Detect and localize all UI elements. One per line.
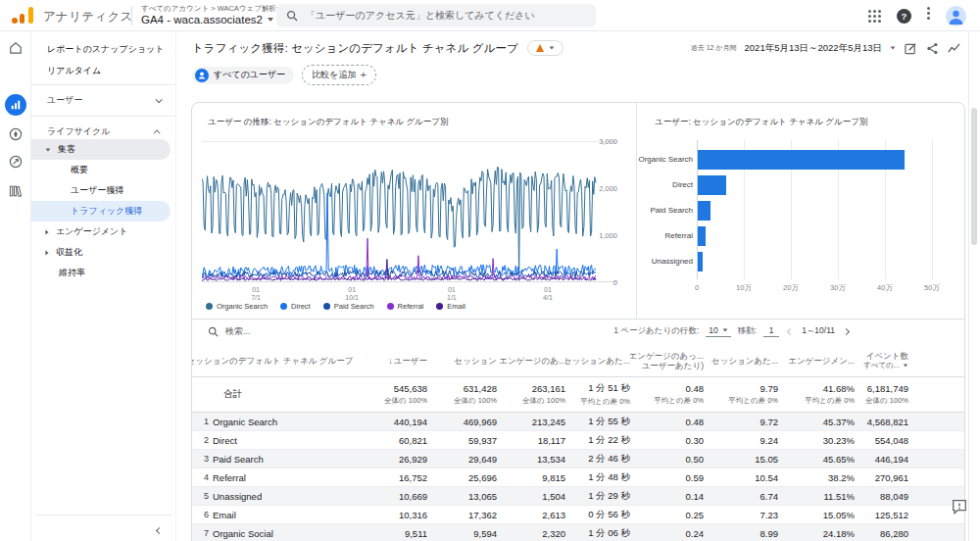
bar-x-tick-label: 10万 [724, 283, 763, 293]
top-app-bar: アナリティクス すべてのアカウント > WACAウェブ解析士 GA4 - wac… [0, 0, 980, 31]
advertising-icon[interactable] [7, 153, 24, 171]
reports-icon-active[interactable] [5, 94, 26, 116]
table-cell: 213,245 [497, 413, 565, 430]
row-label-cell: 2Direct [192, 431, 359, 449]
avatar[interactable] [946, 6, 966, 26]
column-header-7[interactable]: セッションあた... [704, 344, 778, 376]
prev-page-icon[interactable] [787, 327, 794, 334]
table-cell: 125,512 [855, 506, 908, 523]
ga4-analytics-app: アナリティクス すべてのアカウント > WACAウェブ解析士 GA4 - wac… [0, 0, 980, 541]
table-row[interactable]: 4Referral16,75225,6969,8151 分 48 秒0.5910… [192, 468, 964, 487]
legend-dot [280, 303, 287, 310]
nav-report-snapshot[interactable]: レポートのスナップショット [31, 39, 176, 60]
channel-name: Organic Search [213, 413, 277, 430]
x-tick-label: 011/1 [432, 286, 471, 302]
table-row[interactable]: 6Email10,31617,3622,6130 分 56 秒0.257.231… [192, 506, 964, 524]
nav-traffic-acquisition-selected[interactable]: トラフィック獲得 [31, 201, 171, 221]
chevron-down-icon [722, 328, 727, 331]
rows-per-page-value: 10 [709, 325, 717, 335]
share-icon[interactable] [925, 41, 939, 55]
table-body: 1Organic Search440,194469,969213,2451 分 … [192, 413, 964, 541]
event-filter[interactable]: すべての... [863, 361, 908, 370]
x-tick-bottom: 1/1 [432, 294, 471, 302]
column-label: イベント数 [866, 351, 908, 361]
google-analytics-logo-icon[interactable] [12, 7, 35, 25]
bar-paid-search[interactable] [698, 201, 710, 221]
table-row[interactable]: 5Unassigned10,66913,0651,5041 分 29 秒0.14… [192, 487, 964, 506]
rows-per-page-label: 1 ページあたりの行数: [613, 325, 699, 337]
rows-per-page-select[interactable]: 10 [706, 325, 730, 337]
totals-subtext: 全体の 100% [384, 396, 427, 406]
column-header-4[interactable]: エンゲージのあ... [497, 344, 565, 376]
table-cell: 15.05% [778, 506, 855, 523]
customize-report-icon[interactable] [904, 41, 917, 55]
nav-realtime[interactable]: リアルタイム [31, 61, 176, 81]
bar-category-label: Paid Search [638, 206, 693, 215]
column-header-5[interactable]: セッションあた... [565, 344, 630, 376]
scrollbar-track[interactable] [968, 32, 969, 541]
nav-acquisition[interactable]: 集客 [31, 139, 171, 160]
nav-overview[interactable]: 概要 [31, 160, 176, 180]
nav-engagement[interactable]: エンゲージメント [31, 221, 176, 242]
totals-value: 6,181,749 [867, 383, 908, 394]
table-row[interactable]: 7Organic Social9,5119,5942,3201 分 06 秒0.… [192, 524, 964, 541]
nav-user-acquisition[interactable]: ユーザー獲得 [31, 180, 176, 201]
account-switcher[interactable]: GA4 - waca.associates2 [141, 14, 273, 25]
table-search[interactable]: 検索... [208, 325, 251, 338]
bar-x-tick-label: 40万 [865, 283, 905, 293]
insights-icon[interactable] [947, 41, 960, 55]
column-header-8[interactable]: エンゲージメン... [778, 344, 855, 376]
table-cell: 554,048 [855, 431, 908, 449]
table-cell: 45.37% [778, 413, 855, 430]
next-page-icon[interactable] [843, 327, 850, 334]
table-cell: 446,194 [855, 450, 908, 467]
column-header-1[interactable]: セッションのデフォルト チャネル グループ+ [192, 344, 359, 376]
chevron-down-icon [891, 46, 896, 49]
table-cell: 10,316 [359, 506, 427, 523]
bar-referral[interactable] [698, 226, 706, 246]
home-icon[interactable] [7, 39, 24, 57]
nav-retention[interactable]: 維持率 [31, 263, 176, 283]
library-icon[interactable] [7, 182, 24, 200]
table-cell: 1 分 55 秒 [565, 413, 630, 430]
table-cell: 270,961 [855, 468, 908, 486]
nav-monetization[interactable]: 収益化 [31, 242, 176, 263]
goto-page-input[interactable]: 1 [763, 325, 779, 337]
explore-icon[interactable] [7, 125, 24, 143]
feedback-button[interactable] [947, 494, 972, 519]
bar-organic-search[interactable] [698, 150, 905, 170]
bar-direct[interactable] [698, 175, 726, 195]
column-header-9[interactable]: イベント数すべての... [855, 344, 908, 376]
bar-x-tick-label: 30万 [818, 283, 858, 293]
column-header-2[interactable]: ↓ユーザー [359, 344, 427, 376]
nav-section-user[interactable]: ユーザー [31, 90, 176, 111]
table-row[interactable]: 3Paid Search26,92929,64913,5342 分 46 秒0.… [192, 450, 964, 468]
line-series-organic-search [202, 167, 596, 280]
table-cell: 17,362 [427, 506, 497, 523]
table-row[interactable]: 2Direct60,82159,93718,1171 分 22 秒0.309.2… [192, 431, 964, 450]
bar-unassigned[interactable] [698, 252, 703, 271]
totals-cell: 263,161全体の 100% [497, 377, 565, 412]
table-cell: 1 分 06 秒 [565, 524, 630, 541]
column-header-3[interactable]: セッション [427, 344, 497, 376]
apps-grid-icon[interactable] [868, 10, 871, 13]
collapse-nav-icon[interactable] [156, 527, 163, 534]
product-name: アナリティクス [43, 9, 133, 25]
column-label: エンゲージメン... [788, 356, 855, 366]
scrollbar-thumb[interactable] [971, 108, 977, 245]
data-quality-chip[interactable] [527, 40, 564, 56]
column-header-6[interactable]: エンゲージのあっ...ユーザーあたり) [630, 344, 704, 376]
all-users-chip[interactable]: すべてのユーザー [192, 67, 294, 84]
help-icon[interactable]: ? [897, 9, 911, 24]
add-comparison-chip[interactable]: 比較を追加 + [302, 65, 376, 85]
channel-name: Email [213, 506, 236, 523]
date-range-picker[interactable]: 2021年5月13日～2022年5月13日 [745, 42, 882, 55]
table-row[interactable]: 1Organic Search440,194469,969213,2451 分 … [192, 413, 964, 431]
channel-name: Paid Search [213, 450, 264, 467]
line-chart [202, 141, 618, 282]
totals-value: 0.48 [686, 383, 705, 394]
column-label: セッションのデフォルト チャネル グループ [192, 356, 353, 366]
more-vert-icon[interactable] [927, 7, 930, 10]
search-input[interactable]: 「ユーザーのアクセス元」と検索してみてください [276, 4, 596, 27]
report-header: トラフィック獲得: セッションのデフォルト チャネル グループ [192, 40, 564, 56]
